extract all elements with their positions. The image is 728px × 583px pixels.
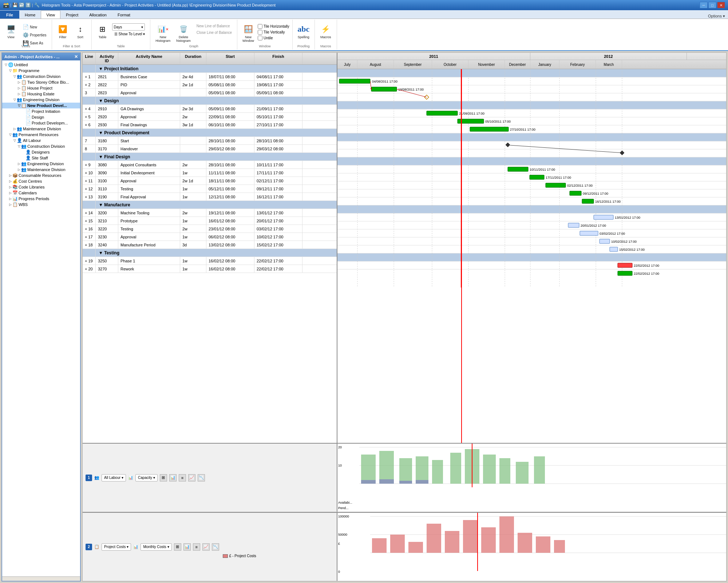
expand-icon[interactable]: ▷ <box>17 92 21 96</box>
tile-h-check[interactable]: Tile Horizontally <box>258 24 289 29</box>
tree-item-untitled[interactable]: ▽ 🌐 Untitled <box>2 62 80 68</box>
tree-item-twostorey[interactable]: ▷ 📋 Two Storey Office Blo... <box>2 79 80 85</box>
tree-item-consumable[interactable]: ▷ 📦 Consumable Resources <box>2 172 80 178</box>
table-row[interactable]: + 20 3270 Rework 1w 16/02/12 08:00 22/02… <box>83 265 337 273</box>
table-row[interactable]: + 11 3100 Approval 2w 1d 18/11/11 08:00 … <box>83 177 337 185</box>
expand-icon[interactable]: ▷ <box>8 185 12 189</box>
tree-content[interactable]: ▽ 🌐 Untitled ▽ 📁 Programme ▽ 👥 Construct… <box>2 60 80 576</box>
window-controls[interactable]: ─ □ ✕ <box>700 2 725 8</box>
tree-item-designers[interactable]: 👤 Designers <box>2 149 80 155</box>
table-row[interactable]: + 15 3210 Prototype 1w 16/01/12 08:00 20… <box>83 217 337 225</box>
expand-icon[interactable]: ▷ <box>17 80 21 84</box>
tree-item-productdev[interactable]: 📄 Product Developm... <box>2 120 80 126</box>
table-row[interactable]: + 1 2821 Business Case 2w 4d 18/07/11 08… <box>83 73 337 81</box>
table-button[interactable]: ⊞ Table <box>95 22 111 41</box>
tree-item-engineering[interactable]: ▽ 👥 Engineering Division <box>2 97 80 103</box>
show-level-button[interactable]: ☰ Show To Level ▾ <box>112 31 147 37</box>
hist-btn-2b[interactable]: 📊 <box>183 543 191 551</box>
new-line-button[interactable]: New Line of Balance <box>194 23 234 29</box>
spelling-button[interactable]: abc Spelling <box>296 22 312 41</box>
close-line-button[interactable]: Close Line of Balance <box>194 30 234 35</box>
view-button[interactable]: 🖥️ View <box>3 22 19 41</box>
expand-icon[interactable]: ▷ <box>8 191 12 195</box>
maximize-button[interactable]: □ <box>708 2 716 8</box>
days-dropdown[interactable]: Days ▾ <box>112 23 145 31</box>
table-row[interactable]: + 16 3220 Testing 2w 23/01/12 08:00 03/0… <box>83 225 337 233</box>
filter-button[interactable]: 🔽 Filter <box>55 22 71 41</box>
type-dropdown-1[interactable]: Capacity ▾ <box>135 474 158 481</box>
table-row[interactable]: 7 3180 Start 28/10/11 08:00 28/10/11 08:… <box>83 137 337 145</box>
tree-item-cost[interactable]: ▷ 💰 Cost Centres <box>2 178 80 184</box>
new-button[interactable]: 📄 New <box>20 23 49 31</box>
table-row[interactable]: + 9 3080 Appoint Consultants 2w 28/10/11… <box>83 161 337 169</box>
table-row[interactable]: 8 3170 Handover 29/03/12 08:00 29/03/12 … <box>83 145 337 153</box>
table-row[interactable]: + 2 2822 PID 2w 1d 05/08/11 08:00 19/08/… <box>83 81 337 89</box>
tree-scroll[interactable] <box>2 576 80 581</box>
expand-icon[interactable]: ▷ <box>17 168 21 171</box>
tab-view[interactable]: View <box>41 11 60 19</box>
hist-btn-2a[interactable]: ⊞ <box>174 543 181 551</box>
table-body[interactable]: ▼ Project Initiation + 1 2821 Business C… <box>83 65 337 443</box>
tile-v-check[interactable]: Tile Vertically <box>258 30 289 35</box>
tree-item-wbs[interactable]: ▷ 📋 WBS <box>2 202 80 207</box>
tree-item-house[interactable]: ▷ 📋 House Project <box>2 85 80 91</box>
tree-item-maint-div[interactable]: ▷ 👥 Maintenance Division <box>2 167 80 172</box>
untile-checkbox[interactable] <box>258 36 262 40</box>
close-button[interactable]: ✕ <box>717 2 725 8</box>
tree-item-maintenance[interactable]: ▷ 👥 Maintenance Division <box>2 126 80 132</box>
table-row[interactable]: + 18 3240 Manufacture Period 3d 13/02/12… <box>83 241 337 249</box>
resource-dropdown-2[interactable]: Project Costs ▾ <box>102 543 131 551</box>
hist-btn-d[interactable]: 📈 <box>188 474 195 481</box>
hist-btn-e[interactable]: 📉 <box>198 474 205 481</box>
expand-icon[interactable]: ▽ <box>17 144 21 148</box>
minimize-button[interactable]: ─ <box>700 2 708 8</box>
table-row[interactable]: + 5 2920 Approval 2w 22/09/11 08:00 05/1… <box>83 113 337 121</box>
resource-dropdown-1[interactable]: All Labour ▾ <box>102 474 126 481</box>
expand-icon[interactable]: ▽ <box>17 104 21 107</box>
hist-btn-2e[interactable]: 📉 <box>212 543 219 551</box>
new-window-button[interactable]: 🪟 NewWindow <box>240 22 256 44</box>
delete-histogram-button[interactable]: 🗑️ Deletehistogram <box>174 22 193 44</box>
tree-item-sitestaff[interactable]: 👤 Site Staff <box>2 155 80 161</box>
tree-item-code[interactable]: ▷ 📚 Code Libraries <box>2 184 80 190</box>
hist-btn-a[interactable]: ⊞ <box>160 474 167 481</box>
tree-item-newproduct[interactable]: ▽ 📋 New Product Devel... <box>2 103 80 108</box>
tree-item-eng-div[interactable]: ▷ 👥 Engineering Division <box>2 161 80 167</box>
tab-project[interactable]: Project <box>60 11 84 19</box>
tree-item-housing[interactable]: ▷ 📋 Housing Estate <box>2 91 80 97</box>
table-row[interactable]: + 6 2930 Final Drawings 3w 1d 06/10/11 0… <box>83 121 337 129</box>
table-row[interactable]: 3 2823 Approval 05/09/11 08:00 05/09/11 … <box>83 89 337 97</box>
expand-icon[interactable]: ▽ <box>8 69 12 72</box>
expand-icon[interactable]: ▽ <box>12 98 17 102</box>
table-row[interactable]: + 13 3190 Final Approval 1w 12/12/11 08:… <box>83 193 337 201</box>
expand-icon[interactable]: ▷ <box>8 174 12 177</box>
hist-btn-c[interactable]: ≡ <box>179 474 186 481</box>
tree-item-constr-div[interactable]: ▽ 👥 Construction Division <box>2 143 80 149</box>
sort-button[interactable]: ↕️ Sort <box>72 22 88 41</box>
tab-allocation[interactable]: Allocation <box>84 11 112 19</box>
tree-item-construction[interactable]: ▽ 👥 Construction Division <box>2 74 80 79</box>
tile-h-checkbox[interactable] <box>258 24 262 29</box>
expand-icon[interactable]: ▷ <box>17 86 21 90</box>
expand-icon[interactable]: ▷ <box>8 197 12 201</box>
table-row[interactable]: + 19 3250 Phase 1 1w 16/02/12 08:00 22/0… <box>83 257 337 265</box>
tree-item-progress[interactable]: ▷ 📊 Progress Periods <box>2 196 80 202</box>
table-row[interactable]: + 10 3090 Initial Devleopment 1w 11/11/1… <box>83 169 337 177</box>
tab-format[interactable]: Format <box>112 11 136 19</box>
hist-btn-b[interactable]: 📊 <box>169 474 177 481</box>
options-button[interactable]: Options ▾ <box>708 14 728 19</box>
expand-icon[interactable]: ▽ <box>4 63 8 67</box>
table-row[interactable]: + 4 2910 GA Drawings 2w 3d 05/09/11 08:0… <box>83 105 337 113</box>
type-dropdown-2[interactable]: Monthly Costs ▾ <box>141 543 171 551</box>
expand-icon[interactable]: ▽ <box>12 75 17 78</box>
properties-button[interactable]: ⚙️ Properties <box>20 31 49 39</box>
tree-item-projinit[interactable]: 📄 Project Initiation <box>2 108 80 114</box>
tab-file[interactable]: File <box>0 11 19 19</box>
table-row[interactable]: + 12 3110 Testing 1w 05/12/11 08:00 09/1… <box>83 185 337 193</box>
expand-icon[interactable]: ▷ <box>8 203 12 206</box>
tree-item-permanent[interactable]: ▽ 👥 Permanent Resources <box>2 132 80 138</box>
untile-check[interactable]: Untile <box>258 36 289 40</box>
hist-btn-2d[interactable]: 📈 <box>202 543 210 551</box>
expand-icon[interactable]: ▷ <box>8 179 12 183</box>
expand-icon[interactable]: ▽ <box>12 139 17 142</box>
